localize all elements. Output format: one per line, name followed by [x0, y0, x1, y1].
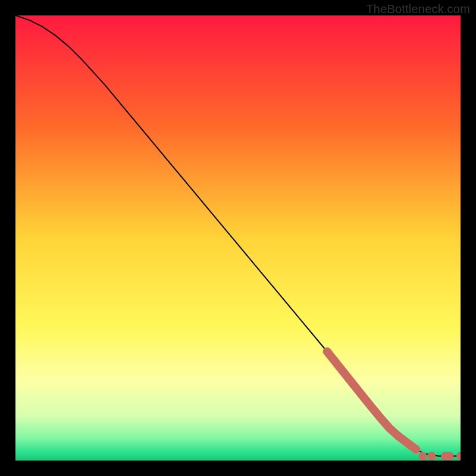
point-tail-dots-0 [418, 452, 427, 461]
chart-background [15, 15, 461, 461]
point-tail-dots-3 [445, 452, 453, 461]
chart-plot [15, 15, 461, 461]
point-tail-dots-1 [427, 452, 436, 461]
attribution-text: TheBottleneck.com [366, 2, 470, 16]
chart-container: TheBottleneck.com [0, 0, 476, 476]
